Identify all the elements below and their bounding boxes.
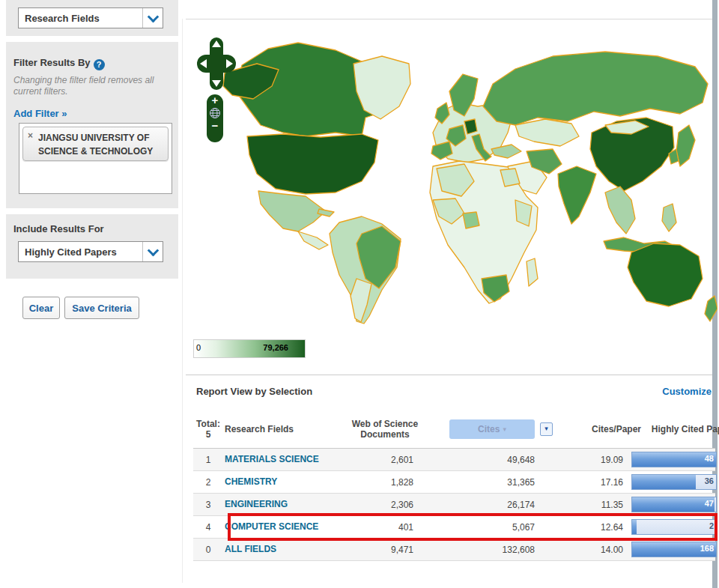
row-highly-cited-cell: 48 [623, 449, 717, 470]
filter-chip-label: JIANGSU UNIVERSITY OF SCIENCE & TECHNOLO… [38, 133, 153, 157]
include-results-select-value: Highly Cited Papers [19, 246, 142, 258]
help-icon[interactable]: ? [94, 59, 105, 70]
filter-results-title-text: Filter Results By [13, 57, 91, 68]
column-header-cites-per-paper[interactable]: Cites/Paper [553, 424, 641, 434]
table-row: 0 ALL FIELDS 9,471 132,608 14.00 168 [193, 539, 715, 561]
pan-down-icon[interactable] [212, 80, 221, 87]
highly-cited-bar-value: 2 [709, 521, 714, 530]
cites-sort-button[interactable]: Cites ▾ [449, 419, 535, 439]
research-field-link[interactable]: CHEMISTRY [225, 474, 277, 490]
map-south-america [330, 216, 401, 324]
filter-results-title: Filter Results By? [13, 57, 105, 70]
column-header-highly-cited[interactable]: Highly Cited Papers [641, 424, 719, 434]
map-north-america [223, 43, 410, 249]
include-results-select[interactable]: Highly Cited Papers [18, 241, 163, 262]
total-count: 5 [193, 429, 223, 440]
map-legend-gradient: 0 79,266 [193, 339, 306, 358]
row-field-cell: MATERIALS SCIENCE [223, 452, 339, 467]
zoom-in-icon[interactable]: + [207, 94, 223, 106]
row-cites-per-paper: 19.09 [535, 452, 623, 468]
customize-link[interactable]: Customize [193, 386, 712, 397]
row-cites: 132,608 [413, 542, 535, 558]
research-fields-select-value: Research Fields [19, 13, 142, 24]
report-table: Total: 5 Research Fields Web of Science … [193, 410, 715, 561]
highly-cited-bar: 36 [631, 474, 717, 490]
filter-note: Changing the filter field removes all cu… [13, 75, 172, 97]
row-highly-cited-cell: 2 [623, 516, 717, 538]
world-choropleth-map[interactable] [186, 20, 718, 333]
content-top-divider [186, 19, 712, 19]
column-header-wos-documents[interactable]: Web of Science Documents [339, 419, 431, 440]
row-cites-per-paper: 12.64 [535, 519, 623, 536]
research-field-link[interactable]: MATERIALS SCIENCE [225, 452, 319, 467]
row-cites-per-paper: 17.16 [535, 474, 623, 491]
filter-results-panel: Filter Results By? Changing the filter f… [6, 42, 178, 208]
row-wos-documents: 1,828 [339, 474, 413, 491]
column-header-total: Total: 5 [193, 419, 223, 440]
row-highly-cited-cell: 47 [623, 494, 717, 515]
sidebar-top-panel: Research Fields [6, 0, 178, 36]
row-cites: 5,067 [413, 519, 535, 536]
table-row: 4 COMPUTER SCIENCE 401 5,067 12.64 2 [193, 516, 715, 539]
row-wos-documents: 2,601 [339, 452, 413, 468]
total-label: Total: [193, 419, 223, 429]
row-cites-per-paper: 11.35 [535, 497, 623, 513]
clear-button[interactable]: Clear [22, 297, 60, 319]
research-field-link[interactable]: COMPUTER SCIENCE [225, 519, 318, 535]
row-field-cell: ENGINEERING [223, 497, 339, 512]
highly-cited-bar-value: 47 [705, 499, 714, 508]
row-rank: 3 [193, 497, 223, 513]
pan-right-icon[interactable] [226, 59, 233, 68]
table-row: 2 CHEMISTRY 1,828 31,365 17.16 36 [193, 471, 715, 494]
cites-dropdown-button[interactable]: ▾ [540, 422, 553, 436]
row-field-cell: COMPUTER SCIENCE [223, 519, 339, 535]
pan-left-icon[interactable] [200, 59, 207, 68]
incites-report-page: Research Fields Filter Results By? Chang… [0, 0, 719, 588]
row-wos-documents: 9,471 [339, 542, 413, 558]
highly-cited-bar-fill [632, 452, 716, 467]
add-filter-link[interactable]: Add Filter » [13, 108, 67, 119]
highly-cited-bar-value: 48 [705, 454, 714, 463]
row-highly-cited-cell: 36 [623, 471, 717, 493]
highly-cited-bar-fill [632, 475, 696, 489]
row-cites-per-paper: 14.00 [535, 542, 623, 558]
row-cites: 49,648 [413, 452, 535, 468]
table-row: 1 MATERIALS SCIENCE 2,601 49,648 19.09 4… [193, 449, 715, 471]
highly-cited-bar: 168 [631, 542, 717, 557]
map-oceania [628, 243, 718, 321]
include-results-panel: Include Results For Highly Cited Papers [6, 214, 178, 279]
sort-caret-icon: ▾ [503, 425, 506, 433]
chevron-down-icon [142, 8, 163, 28]
save-criteria-button[interactable]: Save Criteria [64, 297, 139, 319]
table-row: 3 ENGINEERING 2,306 26,174 11.35 47 [193, 494, 715, 516]
row-field-cell: ALL FIELDS [223, 542, 339, 557]
row-field-cell: CHEMISTRY [223, 474, 339, 490]
column-header-cites: Cites ▾ ▾ [431, 419, 553, 439]
highly-cited-bar: 48 [631, 452, 717, 467]
row-rank: 1 [193, 452, 223, 468]
row-wos-documents: 401 [339, 519, 413, 536]
content-left-divider [182, 19, 183, 583]
map-zoom-control[interactable]: + − [207, 94, 223, 142]
highly-cited-bar-value: 36 [705, 476, 714, 485]
zoom-out-icon[interactable]: − [207, 120, 223, 132]
research-field-link[interactable]: ENGINEERING [225, 497, 288, 512]
pan-up-icon[interactable] [212, 40, 221, 47]
highly-cited-bar: 2 [631, 519, 717, 535]
remove-filter-icon[interactable]: × [28, 130, 33, 141]
row-rank: 4 [193, 519, 223, 536]
row-wos-documents: 2,306 [339, 497, 413, 513]
row-cites: 31,365 [413, 474, 535, 491]
row-rank: 2 [193, 474, 223, 491]
research-fields-select[interactable]: Research Fields [18, 7, 163, 28]
filter-chip[interactable]: × JIANGSU UNIVERSITY OF SCIENCE & TECHNO… [22, 127, 169, 161]
research-field-link[interactable]: ALL FIELDS [225, 542, 276, 557]
world-map-area [186, 20, 718, 333]
highly-cited-bar-fill [632, 497, 715, 512]
globe-icon[interactable] [209, 107, 221, 119]
highly-cited-bar-value: 168 [700, 544, 714, 553]
include-results-title: Include Results For [13, 223, 104, 234]
cites-sort-label: Cites [478, 424, 500, 434]
table-header-row: Total: 5 Research Fields Web of Science … [193, 410, 715, 449]
column-header-research-fields[interactable]: Research Fields [223, 424, 339, 434]
